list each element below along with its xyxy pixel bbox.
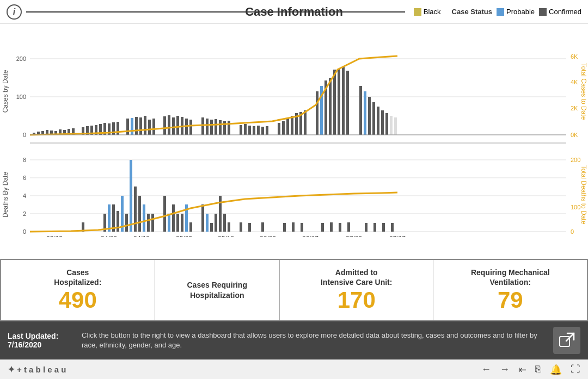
svg-rect-103	[130, 160, 132, 232]
probable-legend-label: Probable	[506, 8, 535, 16]
svg-rect-127	[292, 222, 295, 232]
svg-rect-80	[390, 116, 393, 135]
svg-rect-73	[359, 86, 362, 135]
svg-rect-134	[373, 223, 376, 232]
svg-text:4: 4	[23, 192, 26, 199]
nav-home-button[interactable]: ⇤	[518, 364, 526, 376]
svg-rect-43	[189, 120, 192, 135]
stat-hospitalized: Cases Hospitalized: 490	[1, 260, 155, 320]
svg-rect-57	[266, 126, 268, 135]
svg-text:4K: 4K	[571, 79, 578, 85]
svg-text:8: 8	[23, 157, 26, 163]
svg-rect-77	[377, 107, 379, 135]
stat-hospitalized-value: 490	[59, 288, 97, 313]
svg-text:2K: 2K	[571, 105, 578, 111]
race-legend-item: Black	[414, 8, 441, 16]
svg-text:03/19: 03/19	[46, 235, 63, 237]
explore-dashboard-button[interactable]	[553, 327, 580, 354]
svg-rect-111	[172, 204, 175, 232]
deaths-y-label: Deaths By Date	[2, 172, 9, 218]
svg-rect-123	[240, 222, 242, 232]
svg-rect-38	[168, 115, 170, 135]
nav-fullscreen-button[interactable]: ⛶	[571, 364, 580, 375]
svg-rect-46	[210, 120, 213, 135]
svg-rect-104	[134, 187, 137, 232]
svg-rect-133	[365, 223, 367, 232]
svg-rect-126	[283, 223, 286, 232]
svg-rect-110	[168, 214, 170, 232]
stat-icu-label: Admitted to Intensive Care Unit:	[321, 268, 392, 287]
svg-text:07/02: 07/02	[346, 235, 362, 237]
stats-bar: Cases Hospitalized: 490 Cases Requiring …	[0, 259, 588, 321]
svg-rect-61	[291, 116, 293, 135]
svg-text:04/03: 04/03	[101, 235, 117, 237]
svg-rect-35	[148, 120, 151, 135]
svg-rect-48	[219, 120, 222, 135]
svg-rect-54	[253, 126, 255, 135]
svg-rect-44	[201, 117, 204, 135]
tableau-logo: ✦ + t a b l e a u	[8, 364, 66, 375]
svg-rect-118	[210, 223, 213, 232]
svg-rect-113	[181, 214, 183, 232]
svg-rect-34	[144, 116, 146, 135]
header-bar: i Black Case Information Case Status Pro…	[0, 0, 588, 24]
nav-share-button[interactable]: ⎘	[535, 364, 541, 375]
svg-rect-30	[126, 119, 129, 135]
svg-rect-52	[244, 124, 247, 135]
svg-rect-121	[223, 214, 226, 232]
probable-legend-box	[497, 8, 504, 16]
svg-rect-47	[215, 119, 217, 135]
race-legend-box	[414, 8, 421, 16]
svg-rect-78	[381, 110, 384, 135]
svg-rect-72	[346, 71, 349, 135]
svg-rect-116	[201, 204, 204, 232]
svg-rect-50	[228, 121, 230, 135]
svg-text:200: 200	[16, 55, 26, 62]
stat-hospitalized-label: Cases Hospitalized:	[54, 268, 101, 287]
svg-rect-109	[163, 196, 166, 232]
svg-rect-59	[282, 121, 285, 135]
svg-text:05/18: 05/18	[218, 235, 234, 237]
tableau-nav: ← → ⇤ ⎘ 🔔 ⛶	[481, 364, 580, 376]
nav-alert-button[interactable]: 🔔	[550, 364, 562, 376]
svg-rect-51	[240, 125, 242, 135]
deaths-y-right-label: Total Deaths to Date	[580, 165, 587, 225]
svg-rect-58	[278, 123, 280, 135]
svg-text:0: 0	[23, 228, 26, 235]
info-icon[interactable]: i	[7, 4, 22, 20]
svg-rect-136	[391, 223, 394, 232]
svg-text:100: 100	[16, 94, 26, 100]
svg-rect-100	[117, 211, 119, 232]
svg-rect-135	[382, 223, 385, 232]
footer-bar: Last Updated: 7/16/2020 Click the button…	[0, 321, 588, 359]
svg-rect-29	[117, 122, 119, 135]
svg-rect-98	[108, 204, 111, 232]
svg-rect-69	[333, 70, 336, 135]
svg-text:0: 0	[571, 228, 574, 235]
stat-icu-value: 170	[338, 288, 376, 313]
svg-text:04/18: 04/18	[133, 235, 150, 237]
nav-back-button[interactable]: ←	[481, 364, 491, 375]
svg-rect-64	[304, 110, 307, 135]
stat-ventilation-label: Requiring Mechanical Ventilation:	[471, 268, 550, 287]
cases-y-right-label: Total Cases to Date	[580, 63, 587, 120]
svg-rect-81	[394, 117, 397, 135]
stat-icu: Admitted to Intensive Care Unit: 170	[280, 260, 434, 320]
confirmed-legend-box	[539, 8, 547, 16]
svg-rect-124	[248, 223, 251, 232]
svg-rect-37	[163, 116, 166, 135]
tableau-bar: ✦ + t a b l e a u ← → ⇤ ⎘ 🔔 ⛶	[0, 359, 588, 379]
svg-rect-70	[338, 69, 340, 135]
main-container: i Black Case Information Case Status Pro…	[0, 0, 588, 379]
charts-svg: Cases by Date Total Cases to Date 0 100 …	[0, 26, 588, 237]
header-line	[26, 11, 405, 13]
svg-rect-105	[138, 196, 141, 232]
page-title: Case Information	[245, 5, 343, 19]
confirmed-legend-label: Confirmed	[549, 8, 581, 16]
svg-rect-132	[347, 222, 350, 232]
svg-rect-33	[139, 117, 142, 135]
svg-rect-45	[206, 119, 209, 135]
svg-rect-130	[330, 222, 333, 232]
nav-forward-button[interactable]: →	[500, 364, 510, 375]
svg-rect-60	[286, 119, 289, 135]
